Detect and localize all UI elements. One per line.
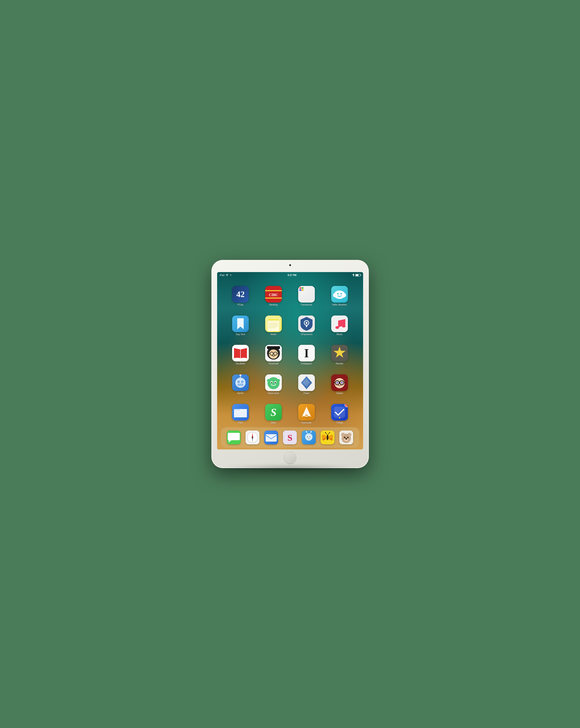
app-instapaper-label: Instapaper [301,362,312,365]
app-pcalc[interactable]: 42 PCalc [224,281,257,311]
svg-rect-10 [302,289,304,291]
app-associate[interactable]: Associate [290,399,323,429]
svg-point-50 [235,378,245,388]
app-day-one[interactable]: Day One [224,311,257,340]
app-blink-label: Blink [271,421,276,424]
app-reeder[interactable]: Reeder [323,340,356,370]
app-nextdraft-label: NextDraft [269,362,278,365]
app-banking[interactable]: CIBC Banking [257,281,290,311]
svg-rect-19 [268,319,279,320]
app-files[interactable]: Files [224,399,257,429]
svg-point-111 [325,432,326,433]
svg-point-15 [337,293,339,294]
svg-point-27 [306,322,308,324]
app-neubible-label: NeuBible [236,362,245,365]
wifi-icon [226,274,229,276]
svg-point-92 [252,437,253,438]
app-instapaper[interactable]: I Instapaper [290,340,323,370]
app-associate-label: Associate [301,421,311,424]
app-things[interactable]: 4 Things [323,399,356,429]
svg-rect-80 [234,409,247,410]
svg-rect-33 [345,319,345,326]
svg-rect-94 [266,434,277,442]
svg-point-65 [271,382,272,383]
carrier-label: iPad [220,274,225,277]
svg-rect-39 [267,346,280,349]
app-fantastical[interactable]: Fantastical [290,281,323,311]
app-nextdraft[interactable]: NextDraft [257,340,290,370]
svg-point-56 [242,381,243,382]
app-onepassword-label: 1Password [301,333,312,336]
app-gladys-label: Gladys [336,392,343,394]
front-camera [289,264,291,266]
svg-point-99 [305,433,313,441]
svg-rect-5 [265,297,282,298]
svg-point-13 [333,293,338,297]
status-left: iPad [220,274,232,277]
dock: S [221,427,360,448]
app-apollo[interactable]: Apollo [224,370,257,399]
svg-point-78 [341,382,343,384]
svg-text:42: 42 [236,290,245,299]
ipad-device: iPad 8:27 PM [212,260,369,468]
svg-rect-28 [306,325,307,327]
svg-point-113 [329,432,330,433]
dock-tes[interactable] [321,431,335,444]
svg-point-77 [336,382,338,384]
app-reeder-label: Reeder [336,362,343,365]
app-onepassword[interactable]: 1Password [290,311,323,340]
app-paper[interactable]: Paper [290,370,323,399]
app-blink[interactable]: S Blink [257,399,290,429]
ipad-screen: iPad 8:27 PM [217,272,363,449]
dock-messages[interactable] [227,431,241,444]
dock-tweetbot[interactable] [302,431,316,444]
svg-point-30 [335,326,339,329]
app-basecamp-label: Basecamp [268,392,279,394]
dock-safari[interactable] [245,431,259,444]
dock-mail[interactable] [264,431,278,444]
svg-text:S: S [270,407,276,418]
svg-rect-9 [299,289,301,291]
things-badge: 4 [345,404,348,407]
app-basecamp[interactable]: Basecamp [257,370,290,399]
app-music[interactable]: Music [323,311,356,340]
app-gladys[interactable]: Gladys [323,370,356,399]
svg-text:I: I [304,347,309,360]
status-time: 8:27 PM [288,274,296,277]
status-right [352,274,360,277]
app-pcalc-label: PCalc [237,304,244,306]
svg-point-52 [240,374,241,376]
app-files-label: Files [238,421,243,424]
svg-point-62 [267,377,280,389]
svg-point-67 [267,379,270,382]
status-bar: iPad 8:27 PM [217,272,363,278]
svg-point-66 [275,382,276,383]
svg-rect-7 [299,287,301,289]
svg-point-119 [348,434,350,436]
svg-point-14 [341,293,346,297]
svg-point-121 [345,438,347,440]
battery-icon [355,274,360,277]
dock-bear[interactable] [339,431,353,444]
svg-rect-3 [265,290,282,291]
app-things-label: Things [336,421,343,424]
app-notes[interactable]: Notes [257,311,290,340]
app-apollo-label: Apollo [237,392,244,394]
app-hello-weather[interactable]: Hello Weather [323,281,356,311]
apps-grid: 42 PCalc CIBC Banking [217,279,363,431]
app-neubible[interactable]: NeuBible [224,340,257,370]
svg-point-16 [340,293,342,294]
svg-point-107 [311,431,312,432]
svg-point-122 [344,437,345,438]
app-day-one-label: Day One [236,333,245,336]
svg-point-68 [277,379,280,382]
bluetooth-icon [352,274,354,277]
home-button[interactable] [284,452,296,464]
svg-point-109 [326,435,328,440]
svg-point-86 [339,417,340,418]
svg-point-55 [238,381,239,382]
svg-point-102 [307,436,308,437]
svg-text:S: S [288,433,292,443]
svg-rect-32 [339,320,340,327]
dock-scrivener[interactable]: S [283,431,297,444]
